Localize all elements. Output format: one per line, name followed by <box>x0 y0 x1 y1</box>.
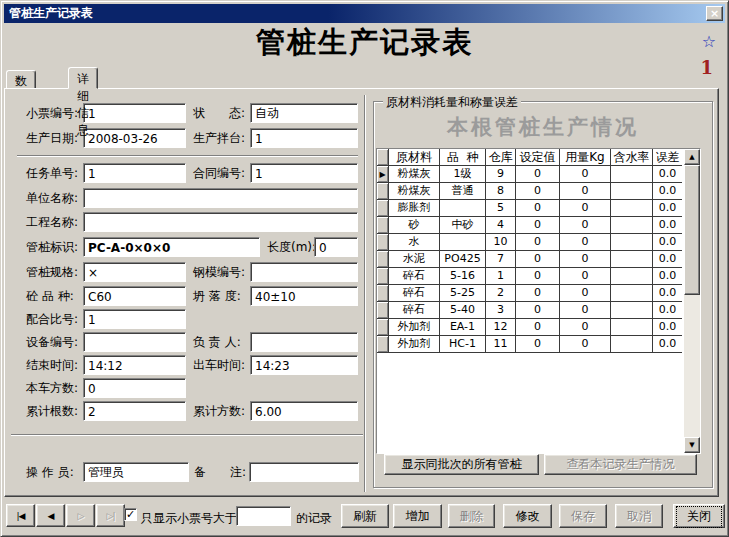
table-cell[interactable] <box>611 268 653 285</box>
column-header[interactable]: 含水率 <box>611 149 653 166</box>
table-row[interactable]: 粉煤灰普通8000.0 <box>377 183 684 200</box>
mold-no-field[interactable] <box>250 262 358 282</box>
table-cell[interactable]: 0 <box>516 234 560 251</box>
show-batch-button[interactable]: 显示同批次的所有管桩 <box>384 454 539 475</box>
column-header[interactable]: 用量Kg <box>560 149 611 166</box>
table-cell[interactable]: 粉煤灰 <box>389 166 440 183</box>
table-cell[interactable]: HC-1 <box>440 336 486 353</box>
table-cell[interactable]: 水泥 <box>389 251 440 268</box>
table-cell[interactable] <box>611 336 653 353</box>
table-row[interactable]: 碎石5-252000.0 <box>377 285 684 302</box>
table-cell[interactable] <box>611 302 653 319</box>
unit-name-field[interactable] <box>83 188 358 208</box>
table-cell[interactable]: 2 <box>486 285 516 302</box>
total-count-field[interactable] <box>83 401 186 421</box>
table-cell[interactable]: 0.0 <box>653 285 682 302</box>
table-cell[interactable]: 0.0 <box>653 217 682 234</box>
table-cell[interactable]: 5-25 <box>440 285 486 302</box>
table-cell[interactable]: 7 <box>486 251 516 268</box>
table-cell[interactable]: 3 <box>486 302 516 319</box>
device-no-field[interactable] <box>83 332 186 352</box>
scrollbar-thumb[interactable] <box>684 165 700 295</box>
project-name-field[interactable] <box>83 212 358 232</box>
table-cell[interactable]: 0.0 <box>653 319 682 336</box>
close-icon[interactable]: × <box>706 6 723 21</box>
table-cell[interactable]: 碎石 <box>389 268 440 285</box>
table-cell[interactable]: 0 <box>516 319 560 336</box>
table-cell[interactable]: 0 <box>560 251 611 268</box>
mix-ratio-field[interactable] <box>83 309 186 329</box>
refresh-button[interactable]: 刷新 <box>341 504 389 528</box>
table-row[interactable]: 水10000.0 <box>377 234 684 251</box>
table-cell[interactable]: 5-16 <box>440 268 486 285</box>
table-cell[interactable]: 0 <box>516 336 560 353</box>
filter-checkbox[interactable]: ✓ <box>124 508 137 521</box>
table-cell[interactable]: 0.0 <box>653 166 682 183</box>
scroll-up-icon[interactable]: ▲ <box>684 149 700 165</box>
table-cell[interactable]: 普通 <box>440 183 486 200</box>
table-cell[interactable] <box>611 183 653 200</box>
table-row[interactable]: 水泥PO4257000.0 <box>377 251 684 268</box>
table-cell[interactable]: 0 <box>560 217 611 234</box>
filter-ticket-input[interactable] <box>236 506 291 526</box>
scroll-down-icon[interactable]: ▼ <box>684 437 700 453</box>
table-cell[interactable]: 0 <box>560 183 611 200</box>
length-field[interactable] <box>314 237 358 257</box>
nav-last-button[interactable]: ▷| <box>96 504 125 527</box>
contract-no-field[interactable] <box>250 163 358 183</box>
table-cell[interactable] <box>440 234 486 251</box>
remark-field[interactable] <box>249 462 359 482</box>
table-row[interactable]: 碎石5-403000.0 <box>377 302 684 319</box>
pile-id-field[interactable] <box>83 237 260 257</box>
nav-next-button[interactable]: ▷ <box>66 504 95 527</box>
table-cell[interactable] <box>611 200 653 217</box>
table-cell[interactable]: 0.0 <box>653 251 682 268</box>
table-cell[interactable]: 0.0 <box>653 183 682 200</box>
table-cell[interactable]: 碎石 <box>389 285 440 302</box>
table-cell[interactable]: 外加剂 <box>389 319 440 336</box>
table-row[interactable]: 膨胀剂5000.0 <box>377 200 684 217</box>
column-header[interactable]: 误差 <box>653 149 682 166</box>
table-cell[interactable]: 5-40 <box>440 302 486 319</box>
table-cell[interactable] <box>611 251 653 268</box>
table-cell[interactable] <box>611 285 653 302</box>
table-cell[interactable]: 外加剂 <box>389 336 440 353</box>
status-field[interactable] <box>250 103 358 123</box>
nav-first-button[interactable]: |◀ <box>6 504 35 527</box>
save-button[interactable]: 保存 <box>559 504 607 528</box>
total-vol-field[interactable] <box>250 401 358 421</box>
prod-date-field[interactable] <box>83 128 186 148</box>
table-cell[interactable] <box>611 166 653 183</box>
table-cell[interactable]: EA-1 <box>440 319 486 336</box>
table-cell[interactable] <box>611 234 653 251</box>
column-header[interactable]: 品 种 <box>440 149 486 166</box>
table-row[interactable]: 砂中砂4000.0 <box>377 217 684 234</box>
table-cell[interactable]: 0.0 <box>653 336 682 353</box>
column-header[interactable]: 原材料 <box>389 149 440 166</box>
table-cell[interactable]: 碎石 <box>389 302 440 319</box>
table-cell[interactable]: 0.0 <box>653 302 682 319</box>
table-cell[interactable]: 0 <box>560 166 611 183</box>
table-row[interactable]: 碎石5-161000.0 <box>377 268 684 285</box>
table-cell[interactable]: 膨胀剂 <box>389 200 440 217</box>
table-cell[interactable]: 0 <box>516 302 560 319</box>
delete-button[interactable]: 删除 <box>448 504 495 528</box>
table-cell[interactable]: 11 <box>486 336 516 353</box>
task-no-field[interactable] <box>83 163 186 183</box>
tab-detail-info[interactable]: 详细信息 <box>68 67 98 89</box>
operator-field[interactable] <box>83 462 189 482</box>
pile-spec-field[interactable] <box>83 262 186 282</box>
column-header[interactable]: 设定值 <box>516 149 560 166</box>
tab-data-list[interactable]: 数据列表 <box>6 70 36 89</box>
mix-station-field[interactable] <box>250 128 358 148</box>
table-cell[interactable]: 0 <box>516 166 560 183</box>
table-cell[interactable]: 0 <box>560 268 611 285</box>
truck-vol-field[interactable] <box>83 378 186 398</box>
table-cell[interactable]: 0.0 <box>653 200 682 217</box>
concrete-field[interactable] <box>83 286 186 306</box>
out-time-field[interactable] <box>250 355 358 375</box>
table-cell[interactable]: 1级 <box>440 166 486 183</box>
table-cell[interactable]: 水 <box>389 234 440 251</box>
table-cell[interactable]: 5 <box>486 200 516 217</box>
grid-vertical-scrollbar[interactable]: ▲ ▼ <box>684 149 700 453</box>
